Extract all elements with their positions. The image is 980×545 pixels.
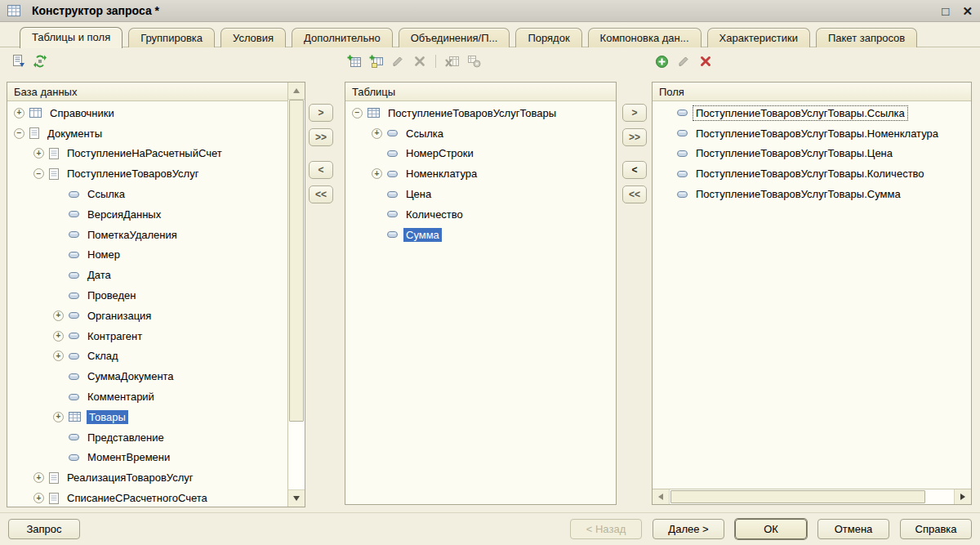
tree-item-Номер[interactable]: Номер — [7, 245, 287, 266]
fields-horizontal-scrollbar[interactable] — [653, 489, 971, 504]
cancel-button[interactable]: Отмена — [817, 519, 889, 539]
expand-icon[interactable]: + — [33, 493, 44, 503]
query-options-icon[interactable] — [33, 54, 47, 69]
tree-item-Ссылка[interactable]: +Ссылка — [345, 123, 616, 144]
expand-icon[interactable]: + — [53, 310, 64, 321]
expander-spacer — [53, 189, 64, 199]
expand-icon[interactable]: + — [33, 472, 44, 483]
tree-item-ПоступлениеТоваровУслугТовары.Количество[interactable]: ПоступлениеТоваровУслугТовары.Количество — [653, 163, 971, 184]
tree-item-ПоступлениеТоваровУслугТовары.Ссылка[interactable]: ПоступлениеТоваровУслугТовары.Ссылка — [653, 103, 971, 123]
tree-item-РеализацияТоваровУслуг[interactable]: +РеализацияТоваровУслуг — [7, 467, 287, 488]
tree-item-Склад[interactable]: +Склад — [7, 346, 287, 367]
scroll-up-button[interactable] — [288, 83, 305, 100]
tree-item-Проведен[interactable]: Проведен — [7, 285, 287, 306]
help-button[interactable]: Справка — [900, 519, 972, 539]
expand-icon[interactable]: + — [53, 412, 64, 422]
collapse-icon[interactable]: − — [14, 128, 24, 139]
expand-icon[interactable]: + — [53, 351, 64, 361]
tab-4[interactable]: Дополнительно — [292, 28, 393, 47]
move-right-button[interactable]: > — [309, 104, 333, 122]
tree-item-Товары[interactable]: +Товары — [7, 407, 287, 427]
expander-spacer — [372, 230, 382, 240]
collapse-icon[interactable]: − — [33, 168, 44, 179]
maximize-button[interactable]: □ — [942, 5, 949, 17]
scrollbar-thumb[interactable] — [670, 490, 925, 503]
expand-icon[interactable]: + — [372, 128, 382, 139]
tab-2[interactable]: Группировка — [128, 28, 215, 47]
next-button[interactable]: Далее > — [653, 519, 724, 539]
expander-spacer — [372, 209, 382, 220]
tree-item-ПоступлениеНаРасчетныйСчет[interactable]: +ПоступлениеНаРасчетныйСчет — [7, 144, 287, 164]
collapse-icon[interactable]: − — [352, 108, 363, 118]
tree-item-Номенклатура[interactable]: +Номенклатура — [345, 163, 616, 184]
tree-item-label: ПоступлениеНаРасчетныйСчет — [65, 146, 225, 160]
tree-item-label: ВерсияДанных — [85, 208, 163, 221]
database-panel-header: База данных — [7, 83, 287, 101]
tree-item-label: РеализацияТоваровУслуг — [65, 471, 196, 485]
tree-item-Количество[interactable]: Количество — [345, 204, 616, 225]
tab-3[interactable]: Условия — [220, 28, 286, 47]
tree-item-Дата[interactable]: Дата — [7, 265, 287, 285]
tab-5[interactable]: Объединения/П... — [399, 28, 510, 47]
tree-item-ПоступлениеТоваровУслугТовары.Цена[interactable]: ПоступлениеТоваровУслугТовары.Цена — [653, 144, 971, 164]
fields-panel-header: Поля — [653, 83, 971, 101]
move-all-right-button[interactable]: >> — [309, 128, 333, 146]
tree-item-Справочники[interactable]: +Справочники — [7, 103, 287, 123]
tree-item-НомерСтроки[interactable]: НомерСтроки — [345, 144, 616, 164]
move-left-button[interactable]: < — [622, 161, 647, 179]
scroll-down-button[interactable] — [288, 489, 305, 507]
tree-item-Контрагент[interactable]: +Контрагент — [7, 326, 287, 346]
tree-item-ПометкаУдаления[interactable]: ПометкаУдаления — [7, 225, 287, 245]
tab-7[interactable]: Компоновка дан... — [588, 28, 702, 47]
tree-item-Ссылка[interactable]: Ссылка — [7, 184, 287, 204]
expand-icon[interactable]: + — [53, 331, 64, 342]
tree-item-ПоступлениеТоваровУслугТовары.Сумма[interactable]: ПоступлениеТоваровУслугТовары.Сумма — [653, 184, 971, 204]
database-vertical-scrollbar[interactable] — [287, 83, 305, 507]
expand-icon[interactable]: + — [372, 168, 382, 179]
scroll-left-button[interactable] — [653, 489, 670, 504]
move-left-button[interactable]: < — [309, 161, 333, 179]
add-table-icon[interactable] — [346, 54, 361, 69]
tree-item-Представление[interactable]: Представление — [7, 427, 287, 448]
tree-item-label: Количество — [403, 208, 466, 221]
add-nested-table-icon[interactable] — [368, 54, 383, 69]
tab-8[interactable]: Характеристики — [707, 28, 810, 47]
tab-6[interactable]: Порядок — [515, 28, 581, 47]
expand-icon[interactable]: + — [14, 108, 24, 118]
tree-item-ПоступлениеТоваровУслугТовары[interactable]: −ПоступлениеТоваровУслугТовары — [345, 103, 616, 123]
tab-9[interactable]: Пакет запросов — [816, 28, 917, 47]
tree-item-МоментВремени[interactable]: МоментВремени — [7, 448, 287, 468]
query-text-icon[interactable] — [11, 54, 25, 69]
tree-item-СписаниеСРасчетногоСчета[interactable]: +СписаниеСРасчетногоСчета — [7, 488, 287, 507]
dialog-buttons: < Назад Далее > ОК Отмена Справка — [570, 519, 972, 539]
tree-item-ВерсияДанных[interactable]: ВерсияДанных — [7, 204, 287, 225]
tree-item-СуммаДокумента[interactable]: СуммаДокумента — [7, 366, 287, 386]
scrollbar-thumb[interactable] — [289, 100, 304, 422]
field-icon — [69, 373, 79, 380]
expander-spacer — [53, 249, 64, 260]
add-circle-icon[interactable] — [654, 54, 669, 69]
move-all-left-button[interactable]: << — [309, 185, 333, 203]
move-all-right-button[interactable]: >> — [622, 128, 647, 146]
tree-item-ПоступлениеТоваровУслугТовары.Номенклатура[interactable]: ПоступлениеТоваровУслугТовары.Номенклату… — [653, 123, 971, 144]
table-icon — [368, 108, 380, 118]
tree-item-Сумма[interactable]: Сумма — [345, 225, 616, 245]
tree-item-Комментарий[interactable]: Комментарий — [7, 386, 287, 407]
query-button[interactable]: Запрос — [8, 519, 80, 539]
catalog-icon — [29, 108, 42, 118]
tree-item-Цена[interactable]: Цена — [345, 184, 616, 204]
tab-1[interactable]: Таблицы и поля — [20, 27, 122, 48]
virtual-table-icon — [444, 54, 459, 69]
scroll-right-button[interactable] — [954, 489, 971, 504]
move-all-left-button[interactable]: << — [622, 185, 647, 203]
tree-item-Организация[interactable]: +Организация — [7, 306, 287, 326]
tree-item-label: Товары — [87, 410, 128, 424]
tree-item-ПоступлениеТоваровУслуг[interactable]: −ПоступлениеТоваровУслуг — [7, 163, 287, 184]
tree-item-Документы[interactable]: −Документы — [7, 123, 287, 144]
ok-button[interactable]: ОК — [735, 519, 807, 539]
close-button[interactable]: ✕ — [962, 5, 973, 17]
expand-icon[interactable]: + — [33, 148, 44, 159]
move-right-button[interactable]: > — [622, 104, 647, 122]
delete-icon-red[interactable] — [698, 54, 713, 69]
database-transfer-buttons: >>><<< — [309, 104, 333, 203]
